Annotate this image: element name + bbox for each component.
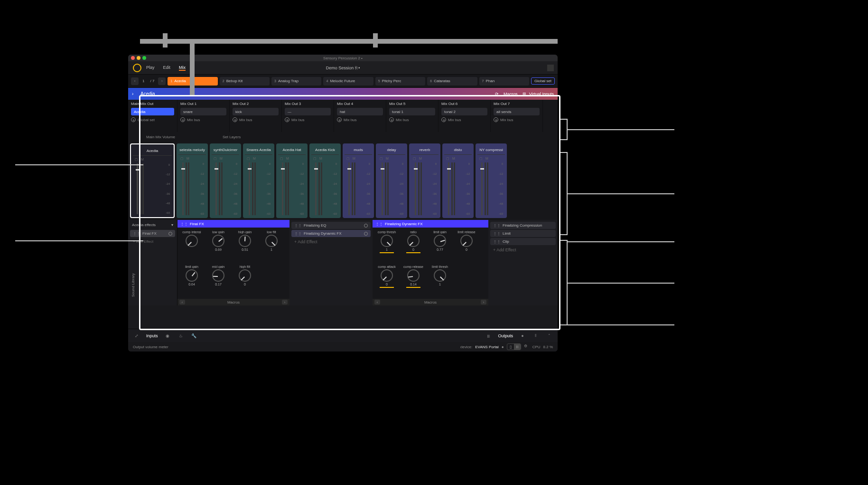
solo-button[interactable]: ▢ bbox=[135, 158, 138, 162]
knob-dial[interactable] bbox=[460, 235, 473, 247]
preset-next-button[interactable]: › bbox=[158, 77, 166, 85]
knob-control[interactable]: limit gain0.77 bbox=[429, 230, 451, 261]
channel-strip[interactable]: delay▢M0-12-24-36-48-60 bbox=[376, 143, 407, 218]
device-name[interactable]: EVANS Portal bbox=[475, 345, 499, 349]
add-effect-button[interactable]: + Add Effect bbox=[130, 238, 175, 245]
channel-strip[interactable]: synthDulcimer▢M0-12-24-36-48-60 bbox=[210, 143, 241, 218]
minimize-window-icon[interactable] bbox=[137, 56, 140, 60]
knob-dial[interactable] bbox=[186, 269, 198, 282]
knob-control[interactable]: comp release0.14 bbox=[402, 265, 425, 296]
knob-control[interactable]: comp thresh1 bbox=[375, 230, 398, 261]
fader-handle[interactable] bbox=[248, 168, 252, 170]
fader[interactable] bbox=[382, 162, 383, 215]
drum-icon[interactable]: ♨ bbox=[177, 332, 185, 340]
knob-control[interactable]: high gain0.51 bbox=[233, 230, 256, 261]
knob-dial[interactable] bbox=[265, 235, 278, 247]
fader-handle[interactable] bbox=[281, 168, 285, 170]
mix-bus-selector[interactable]: ⊕Mix bus bbox=[285, 117, 331, 122]
fader[interactable] bbox=[182, 162, 184, 215]
mix-bus-selector[interactable]: ⊕Mix bus bbox=[337, 117, 383, 122]
mix-out-name-field[interactable]: snare bbox=[180, 108, 226, 115]
macros-prev-icon[interactable]: ‹ bbox=[374, 300, 380, 304]
mix-bus-selector[interactable]: ⊕Mix bus bbox=[180, 117, 226, 122]
power-icon[interactable] bbox=[168, 232, 172, 236]
knob-control[interactable]: ratio0 bbox=[402, 230, 425, 261]
knob-control[interactable]: limit release0 bbox=[455, 230, 478, 261]
channel-strip[interactable]: reverb▢M0-12-24-36-48-60 bbox=[409, 143, 440, 218]
preset-slot[interactable]: 6Cataratas bbox=[427, 77, 477, 86]
fader[interactable] bbox=[282, 162, 283, 215]
preset-slot[interactable]: 4Melodic Future bbox=[323, 77, 373, 86]
view-split-icon[interactable]: ⫼ bbox=[514, 344, 521, 350]
knob-control[interactable]: limit gain0.64 bbox=[180, 265, 203, 296]
channel-strip[interactable]: Acedia▢M0-12-24-36-48-60 bbox=[130, 143, 175, 218]
expand-icon[interactable]: › bbox=[132, 91, 137, 96]
mix-out-name-field[interactable]: kick bbox=[233, 108, 279, 115]
preset-slot[interactable]: 5Pitchy Perc bbox=[375, 77, 425, 86]
fullscreen-window-icon[interactable] bbox=[142, 56, 146, 60]
knob-control[interactable]: high filt0 bbox=[233, 265, 256, 296]
knob-dial[interactable] bbox=[239, 269, 251, 282]
channel-strip[interactable]: disto▢M0-12-24-36-48-60 bbox=[442, 143, 474, 218]
macros-next-icon[interactable]: › bbox=[481, 300, 486, 304]
add-effect-button[interactable]: + Add Effect bbox=[490, 246, 556, 254]
drag-handle-icon[interactable]: ⋮⋮ bbox=[180, 222, 188, 226]
channel-strip[interactable]: Acedia Hat▢M0-12-24-36-48-60 bbox=[276, 143, 308, 218]
knob-dial[interactable] bbox=[239, 235, 251, 247]
mix-out-name-field[interactable]: --- bbox=[285, 108, 331, 115]
record-icon[interactable]: ● bbox=[519, 332, 526, 340]
mix-bus-selector[interactable]: ⊕Mix bus bbox=[233, 117, 279, 122]
drag-handle-icon[interactable]: ⋮⋮ bbox=[133, 231, 140, 236]
knob-dial[interactable] bbox=[407, 235, 420, 247]
drag-handle-icon[interactable]: ⋮⋮ bbox=[375, 222, 383, 226]
chevron-up-icon[interactable]: ˄ bbox=[545, 332, 553, 340]
gear-icon[interactable]: ⚙ bbox=[524, 344, 530, 350]
drag-handle-icon[interactable]: ⋮⋮ bbox=[493, 239, 501, 244]
expand-icon[interactable]: ⤢ bbox=[133, 332, 140, 340]
cube-icon[interactable]: ◉ bbox=[164, 332, 171, 340]
solo-button[interactable]: ▢ bbox=[446, 157, 449, 161]
fader[interactable] bbox=[137, 163, 138, 214]
solo-button[interactable]: ▢ bbox=[346, 157, 350, 161]
chevron-down-icon[interactable]: ▾ bbox=[171, 223, 173, 227]
refresh-button[interactable]: ⟳ bbox=[494, 91, 500, 97]
mute-button[interactable]: M bbox=[253, 157, 256, 161]
virtual-inputs-button[interactable]: ⊞Virtual Inputs bbox=[522, 91, 554, 97]
mute-button[interactable]: M bbox=[187, 157, 189, 161]
solo-button[interactable]: ▢ bbox=[247, 157, 250, 161]
mixer-icon[interactable]: ⦀ bbox=[532, 332, 540, 340]
preset-slot[interactable]: 3Analog Trap bbox=[271, 77, 321, 86]
mute-button[interactable]: M bbox=[319, 157, 322, 161]
knob-dial[interactable] bbox=[381, 235, 393, 247]
mix-out-name-field[interactable]: tonal 2 bbox=[441, 108, 487, 115]
fader-handle[interactable] bbox=[381, 168, 384, 170]
mute-button[interactable]: M bbox=[419, 157, 422, 161]
knob-control[interactable]: mid gain0.17 bbox=[207, 265, 230, 296]
knob-dial[interactable] bbox=[186, 235, 198, 247]
sound-library-tab[interactable]: Sound Library bbox=[131, 273, 135, 297]
solo-button[interactable]: ▢ bbox=[380, 157, 383, 161]
drag-handle-icon[interactable]: ⋮⋮ bbox=[493, 223, 501, 228]
knob-dial[interactable] bbox=[434, 235, 446, 247]
fader[interactable] bbox=[448, 162, 449, 215]
fx-chain-item[interactable]: ⋮⋮Finalizing EQ bbox=[291, 222, 371, 229]
session-name[interactable]: Demo Session ⎘ • bbox=[326, 66, 360, 70]
macros-button[interactable]: Macros bbox=[504, 92, 518, 96]
mute-button[interactable]: M bbox=[286, 157, 289, 161]
mix-bus-selector[interactable]: ⊕Global set bbox=[131, 117, 174, 122]
drag-handle-icon[interactable]: ⋮⋮ bbox=[493, 231, 501, 236]
preset-slot[interactable]: 2Bebop Kit bbox=[220, 77, 270, 86]
fader-handle[interactable] bbox=[314, 168, 318, 170]
solo-button[interactable]: ▢ bbox=[479, 157, 483, 161]
fader[interactable] bbox=[249, 162, 250, 215]
knob-control[interactable]: comp intensi bbox=[180, 230, 203, 261]
fx-chain-item[interactable]: ⋮⋮Clip bbox=[490, 238, 556, 245]
fader-handle[interactable] bbox=[447, 168, 451, 170]
solo-button[interactable]: ▢ bbox=[214, 157, 217, 161]
solo-button[interactable]: ▢ bbox=[280, 157, 283, 161]
mix-out-name-field[interactable]: all sends bbox=[494, 108, 540, 115]
fader[interactable] bbox=[481, 162, 483, 215]
mute-button[interactable]: M bbox=[386, 157, 389, 161]
global-set-button[interactable]: Global set bbox=[531, 77, 555, 85]
knob-dial[interactable] bbox=[381, 269, 393, 282]
